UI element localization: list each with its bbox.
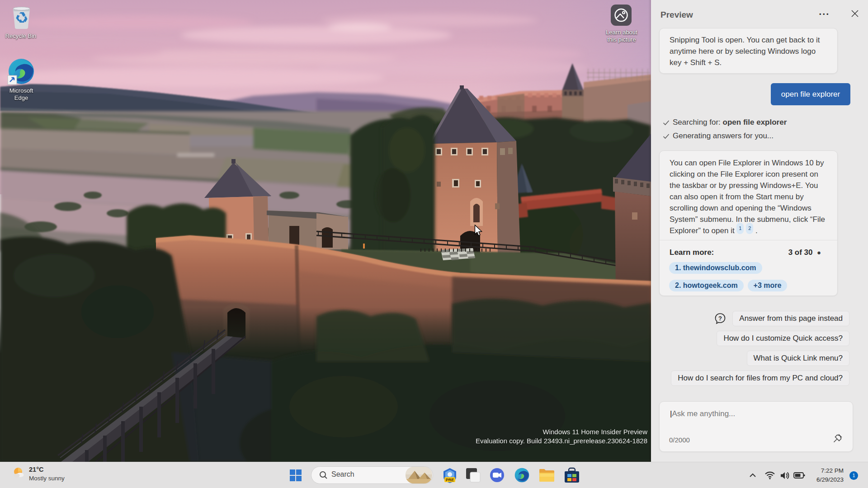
svg-text:PRE: PRE [446, 478, 454, 482]
svg-text:?: ? [718, 315, 722, 322]
